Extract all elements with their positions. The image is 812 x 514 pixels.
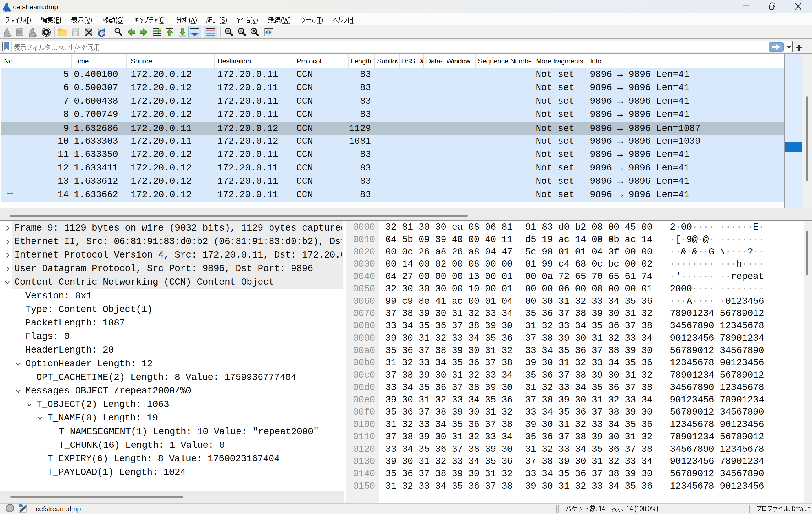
svg-text:0111: 0111 xyxy=(73,34,78,37)
